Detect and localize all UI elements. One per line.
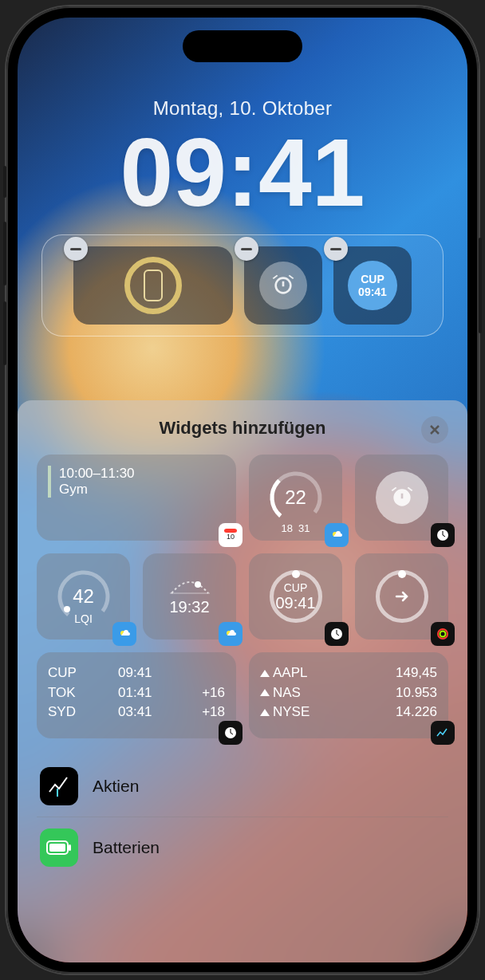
svg-point-8 (64, 606, 70, 612)
stock-value: 14.226 (396, 703, 437, 722)
widget-calendar-event[interactable]: 10:00–11:30 Gym 10 (37, 455, 236, 541)
calendar-event-title: Gym (59, 482, 135, 498)
widget-sunset[interactable]: 19:32 (143, 553, 236, 640)
widget-stocks[interactable]: AAPL149,45 NAS10.953 NYSE14.226 (249, 652, 448, 738)
findmy-ring-icon (124, 257, 182, 314)
sunset-time: 19:32 (169, 598, 209, 616)
suggested-widgets-grid: 10:00–11:30 Gym 10 22 18 31 (37, 455, 448, 738)
side-button (479, 238, 482, 333)
temp-low: 18 (281, 522, 292, 534)
lock-date[interactable]: Montag, 10. Oktober (18, 97, 467, 120)
wc-city: SYD (48, 703, 94, 722)
wc-offset: +16 (193, 683, 225, 703)
wc-city: CUP (48, 663, 94, 683)
stock-value: 10.953 (396, 683, 437, 703)
battery-app-icon (40, 828, 78, 867)
widget-alarm[interactable] (355, 455, 448, 541)
close-button[interactable] (421, 416, 448, 443)
up-triangle-icon (260, 670, 270, 677)
temp-gauge: 22 (267, 469, 325, 526)
screen: Montag, 10. Oktober 09:41 (18, 18, 467, 962)
lock-widget-alarm[interactable] (244, 246, 322, 325)
lock-screen-upper: Montag, 10. Oktober 09:41 (18, 18, 467, 337)
activity-ring-icon (376, 570, 428, 623)
clock-city-label: CUP (361, 273, 384, 285)
widget-fitness[interactable] (355, 553, 448, 640)
calendar-event-time: 10:00–11:30 (59, 466, 135, 482)
weather-app-badge (219, 622, 242, 646)
wc-time: 01:41 (118, 683, 169, 703)
widget-city-clock[interactable]: CUP 09:41 (249, 553, 342, 640)
sunset-icon (170, 577, 210, 598)
add-widgets-panel: Widgets hinzufügen 10:00–11:30 Gym 10 (18, 400, 467, 962)
clock-time-label: 09:41 (358, 285, 387, 298)
widget-air-quality[interactable]: 42 LQI (37, 553, 130, 640)
lock-widget-worldclock[interactable]: CUP 09:41 (333, 246, 412, 325)
lock-time[interactable]: 09:41 (18, 124, 467, 220)
stocks-app-badge (431, 721, 455, 745)
worldclock-face: CUP 09:41 (348, 261, 397, 310)
widget-world-clock-list[interactable]: CUP09:41 TOK01:41+16 SYD03:41+18 (37, 652, 236, 738)
dynamic-island (183, 30, 302, 62)
city-label: CUP (284, 581, 308, 594)
app-name-label: Batterien (93, 838, 160, 857)
app-name-label: Aktien (93, 777, 139, 796)
phone-icon (144, 270, 163, 301)
svg-rect-18 (49, 844, 65, 852)
up-triangle-icon (260, 689, 270, 696)
panel-title: Widgets hinzufügen (160, 418, 326, 439)
volume-up-button (3, 222, 6, 285)
remove-widget-button[interactable] (324, 237, 348, 261)
alarm-icon (259, 262, 307, 309)
widget-weather-temp[interactable]: 22 18 31 (249, 455, 342, 541)
iphone-frame: Montag, 10. Oktober 09:41 (6, 6, 479, 974)
arrow-icon (393, 588, 411, 605)
app-list: Aktien Batterien (37, 756, 448, 878)
remove-widget-button[interactable] (235, 237, 258, 261)
svg-rect-19 (69, 844, 71, 851)
stock-symbol: NYSE (273, 703, 310, 722)
app-row-stocks[interactable]: Aktien (37, 756, 448, 817)
weather-app-badge (112, 622, 136, 646)
volume-down-button (3, 301, 6, 365)
temp-high: 31 (298, 522, 310, 534)
stock-value: 149,45 (396, 663, 437, 683)
fitness-app-badge (431, 622, 455, 646)
close-icon (429, 424, 440, 435)
lock-widget-row[interactable]: CUP 09:41 (41, 234, 444, 337)
wc-time: 03:41 (118, 703, 169, 722)
wc-offset: +18 (193, 703, 225, 722)
aqi-value: 42 (73, 585, 94, 608)
remove-widget-button[interactable] (64, 237, 88, 261)
weather-app-badge (325, 523, 349, 547)
wc-city: TOK (48, 683, 94, 703)
lock-widget-findmy[interactable] (73, 246, 233, 325)
up-triangle-icon (260, 709, 270, 716)
app-row-batteries[interactable]: Batterien (37, 817, 448, 878)
calendar-app-badge: 10 (219, 523, 242, 547)
mute-switch (3, 166, 6, 198)
stock-symbol: NAS (273, 683, 301, 703)
city-time: 09:41 (275, 594, 315, 612)
temp-value: 22 (285, 486, 306, 509)
clock-app-badge (325, 622, 349, 646)
wc-offset (193, 663, 225, 683)
clock-app-badge (431, 523, 455, 547)
stocks-app-icon (40, 767, 78, 805)
svg-text:10: 10 (227, 533, 235, 541)
panel-header: Widgets hinzufügen (37, 418, 448, 439)
svg-point-15 (440, 632, 446, 637)
stock-symbol: AAPL (273, 663, 307, 683)
svg-point-10 (195, 581, 201, 588)
wc-time: 09:41 (118, 663, 169, 683)
clock-ring-icon: CUP 09:41 (270, 570, 322, 623)
alarm-icon (376, 471, 428, 524)
clock-app-badge (219, 721, 242, 745)
